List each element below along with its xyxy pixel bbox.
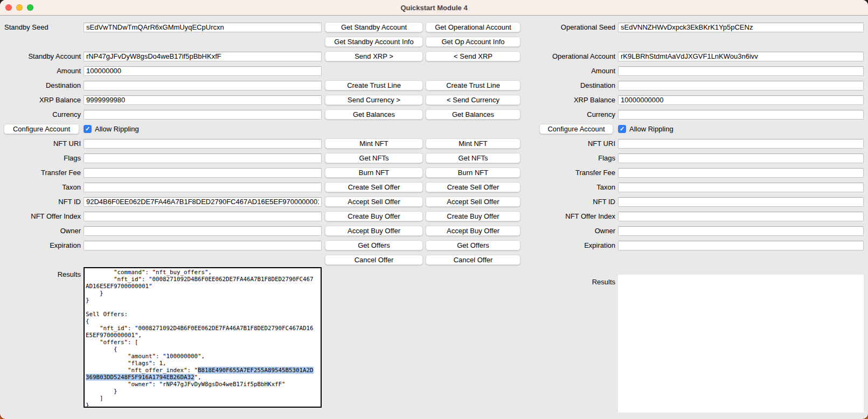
standby-create-buy-offer-button[interactable]: Create Buy Offer	[325, 211, 423, 221]
standby-seed-input[interactable]	[84, 23, 322, 32]
operational-results-label: Results	[534, 278, 615, 286]
standby-account-label: Standby Account	[0, 52, 81, 60]
standby-destination-input[interactable]	[84, 81, 322, 90]
operational-account-input[interactable]	[618, 52, 864, 61]
operational-nft-uri-input[interactable]	[618, 139, 864, 149]
operational-button-column: Get Operational Account Get Op Account I…	[426, 20, 520, 267]
operational-mint-nft-button[interactable]: Mint NFT	[426, 138, 520, 149]
standby-allow-rippling-checkbox[interactable]: ✓	[84, 125, 92, 133]
operational-input-column: ✓ Allow Rippling	[618, 20, 864, 282]
standby-taxon-input[interactable]	[84, 183, 322, 192]
standby-flags-input[interactable]	[84, 153, 322, 163]
standby-accept-sell-offer-button[interactable]: Accept Sell Offer	[325, 197, 423, 207]
standby-send-xrp-button[interactable]: Send XRP >	[325, 51, 423, 61]
operational-transfer-fee-label: Transfer Fee	[534, 169, 615, 177]
operational-nft-id-label: NFT ID	[534, 198, 615, 206]
operational-owner-input[interactable]	[618, 226, 864, 236]
standby-nft-uri-label: NFT URI	[0, 139, 81, 148]
standby-create-trust-line-button[interactable]: Create Trust Line	[325, 80, 423, 90]
standby-owner-input[interactable]	[84, 226, 322, 236]
operational-seed-label: Operational Seed	[534, 23, 615, 31]
operational-flags-input[interactable]	[618, 153, 864, 163]
operational-accept-sell-offer-button[interactable]: Accept Sell Offer	[426, 197, 520, 207]
operational-nft-uri-label: NFT URI	[534, 139, 615, 148]
operational-taxon-input[interactable]	[618, 183, 864, 192]
operational-xrp-balance-label: XRP Balance	[534, 96, 615, 104]
operational-send-xrp-button[interactable]: < Send XRP	[426, 51, 520, 61]
standby-flags-label: Flags	[0, 154, 81, 162]
operational-get-nfts-button[interactable]: Get NFTs	[426, 153, 520, 163]
standby-create-sell-offer-button[interactable]: Create Sell Offer	[325, 182, 423, 192]
operational-transfer-fee-input[interactable]	[618, 168, 864, 178]
operational-allow-rippling-checkbox[interactable]: ✓	[618, 125, 626, 133]
fullscreen-window-icon[interactable]	[27, 4, 33, 11]
standby-nft-offer-index-input[interactable]	[84, 212, 322, 221]
operational-nft-id-input[interactable]	[618, 197, 864, 207]
spacer	[325, 122, 423, 136]
get-operational-account-button[interactable]: Get Operational Account	[426, 22, 520, 32]
operational-cancel-offer-button[interactable]: Cancel Offer	[426, 255, 520, 265]
operational-xrp-balance-input[interactable]	[618, 95, 864, 105]
operational-currency-input[interactable]	[618, 110, 864, 120]
operational-create-trust-line-button[interactable]: Create Trust Line	[426, 80, 520, 90]
operational-create-buy-offer-button[interactable]: Create Buy Offer	[426, 211, 520, 221]
check-icon: ✓	[85, 125, 90, 132]
title-bar[interactable]: Quickstart Module 4	[0, 0, 868, 16]
spacer	[618, 34, 864, 49]
get-standby-account-button[interactable]: Get Standby Account	[325, 22, 423, 32]
check-icon: ✓	[620, 125, 624, 132]
standby-currency-label: Currency	[0, 110, 81, 118]
operational-seed-input[interactable]	[618, 23, 864, 32]
operational-flags-label: Flags	[534, 154, 615, 162]
get-op-account-info-button[interactable]: Get Op Account Info	[426, 37, 520, 47]
operational-expiration-label: Expiration	[534, 241, 615, 249]
spacer	[534, 34, 615, 49]
standby-currency-input[interactable]	[84, 110, 322, 120]
get-standby-account-info-button[interactable]: Get Standby Account Info	[325, 37, 423, 47]
standby-nft-id-label: NFT ID	[0, 198, 81, 206]
standby-configure-account-button[interactable]: Configure Account	[4, 124, 79, 134]
standby-account-input[interactable]	[84, 52, 322, 61]
spacer	[426, 122, 520, 136]
app-window: Quickstart Module 4 Standby Seed Standby…	[0, 0, 868, 419]
standby-expiration-input[interactable]	[84, 241, 322, 250]
standby-accept-buy-offer-button[interactable]: Accept Buy Offer	[325, 226, 423, 236]
standby-get-balances-button[interactable]: Get Balances	[325, 109, 423, 120]
standby-results-label: Results	[0, 270, 81, 278]
standby-xrp-balance-label: XRP Balance	[0, 96, 81, 104]
standby-get-offers-button[interactable]: Get Offers	[325, 240, 423, 250]
operational-burn-nft-button[interactable]: Burn NFT	[426, 167, 520, 178]
standby-mint-nft-button[interactable]: Mint NFT	[325, 138, 423, 149]
operational-configure-account-button[interactable]: Configure Account	[539, 124, 613, 134]
standby-xrp-balance-input[interactable]	[84, 95, 322, 105]
standby-amount-input[interactable]	[84, 66, 322, 76]
standby-nft-id-input[interactable]	[84, 197, 322, 207]
close-window-icon[interactable]	[5, 4, 12, 11]
standby-get-nfts-button[interactable]: Get NFTs	[325, 153, 423, 163]
operational-results-textarea[interactable]	[618, 275, 864, 413]
operational-create-sell-offer-button[interactable]: Create Sell Offer	[426, 182, 520, 192]
standby-nft-offer-index-label: NFT Offer Index	[0, 212, 81, 220]
operational-destination-input[interactable]	[618, 81, 864, 90]
operational-nft-offer-index-input[interactable]	[618, 212, 864, 221]
operational-send-currency-button[interactable]: < Send Currency	[426, 95, 520, 105]
operational-get-balances-button[interactable]: Get Balances	[426, 109, 520, 120]
operational-amount-input[interactable]	[618, 66, 864, 76]
standby-burn-nft-button[interactable]: Burn NFT	[325, 167, 423, 178]
operational-get-offers-button[interactable]: Get Offers	[426, 240, 520, 250]
standby-results-textarea[interactable]: "command": "nft_buy_offers", "nft_id": "…	[84, 267, 322, 408]
standby-send-currency-button[interactable]: Send Currency >	[325, 95, 423, 105]
standby-amount-label: Amount	[0, 67, 81, 75]
spacer	[426, 64, 520, 78]
operational-expiration-input[interactable]	[618, 241, 864, 250]
standby-allow-rippling-label: Allow Rippling	[95, 125, 139, 133]
standby-nft-uri-input[interactable]	[84, 139, 322, 149]
form-content: Standby Seed Standby Account Amount Dest…	[0, 16, 868, 419]
minimize-window-icon[interactable]	[16, 4, 23, 11]
standby-cancel-offer-button[interactable]: Cancel Offer	[325, 255, 423, 265]
operational-label-column: Operational Seed Operational Account Amo…	[534, 20, 615, 282]
spacer	[325, 64, 423, 78]
standby-transfer-fee-input[interactable]	[84, 168, 322, 178]
spacer	[0, 253, 81, 267]
operational-accept-buy-offer-button[interactable]: Accept Buy Offer	[426, 226, 520, 236]
